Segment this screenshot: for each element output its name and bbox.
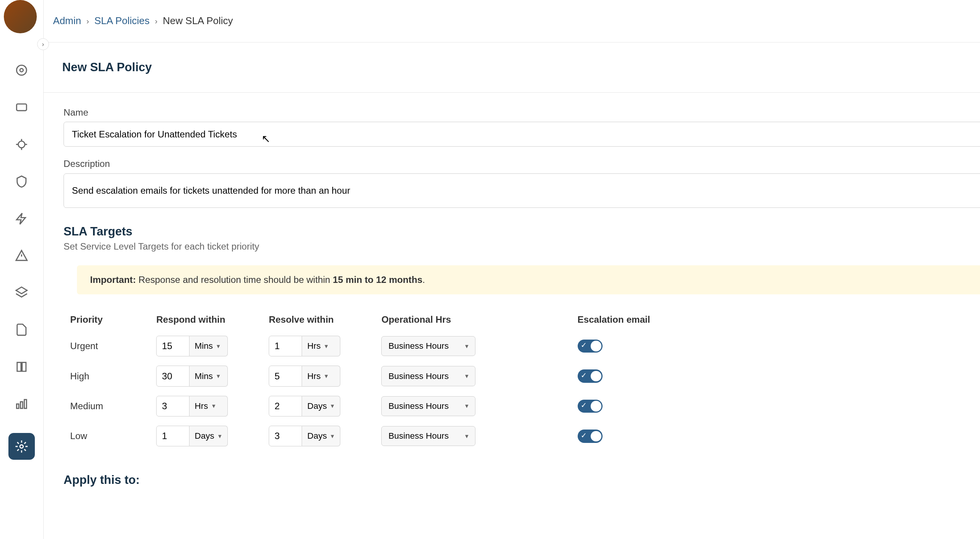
ophrs-select[interactable]: Business Hours ▾ [381, 366, 475, 386]
svg-point-0 [17, 65, 27, 75]
sla-targets-subtitle: Set Service Level Targets for each ticke… [64, 241, 980, 252]
priority-label: Medium [70, 401, 156, 412]
chevron-down-icon: ▾ [217, 372, 220, 380]
resolve-value-input[interactable] [269, 366, 302, 386]
col-ophrs: Operational Hrs [381, 314, 577, 325]
resolve-value-input[interactable] [269, 426, 302, 446]
ophrs-select[interactable]: Business Hours ▾ [381, 426, 475, 446]
form-area: New SLA Policy Cancel Save Name Descript… [44, 42, 980, 539]
settings-icon[interactable] [8, 433, 35, 459]
breadcrumb-admin[interactable]: Admin [53, 15, 81, 26]
chevron-down-icon: ▾ [218, 432, 222, 440]
chevron-down-icon: ▾ [465, 342, 469, 350]
table-row: High Mins ▾ Hrs ▾ Business Hours ▾ [70, 366, 980, 386]
chevron-down-icon: ▾ [325, 372, 328, 380]
chevron-down-icon: ▾ [465, 402, 469, 410]
ophrs-select[interactable]: Business Hours ▾ [381, 396, 475, 416]
table-header: Priority Respond within Resolve within O… [70, 314, 980, 336]
page-title: New SLA Policy [62, 60, 152, 74]
resolve-value-input[interactable] [269, 396, 302, 416]
svg-rect-5 [21, 402, 23, 408]
sidebar: › [0, 0, 44, 539]
layers-icon[interactable] [14, 285, 30, 301]
respond-value-input[interactable] [156, 366, 189, 386]
escalation-toggle[interactable] [578, 340, 603, 353]
chevron-down-icon: ▾ [212, 402, 216, 410]
respond-value-input[interactable] [156, 426, 189, 446]
apply-title: Apply this to: [64, 473, 980, 487]
col-resolve: Resolve within [269, 314, 381, 325]
svg-point-1 [20, 69, 23, 72]
respond-unit-select[interactable]: Days ▾ [189, 426, 228, 446]
respond-value-input[interactable] [156, 336, 189, 356]
chevron-right-icon: › [87, 16, 89, 26]
description-input[interactable] [64, 173, 980, 208]
chevron-down-icon: ▾ [465, 372, 469, 380]
brand-avatar[interactable] [4, 0, 39, 36]
chevron-down-icon: ▾ [331, 432, 334, 440]
respond-unit-select[interactable]: Hrs ▾ [189, 396, 228, 416]
top-bar: Admin › SLA Policies › New SLA Policy Se… [44, 0, 980, 42]
resolve-unit-select[interactable]: Hrs ▾ [302, 336, 340, 356]
document-icon[interactable] [14, 322, 30, 338]
dashboard-icon[interactable] [14, 62, 30, 78]
escalation-toggle[interactable] [578, 400, 603, 413]
chevron-down-icon: ▾ [217, 342, 220, 350]
col-respond: Respond within [156, 314, 269, 325]
escalation-toggle[interactable] [578, 369, 603, 383]
chart-icon[interactable] [14, 396, 30, 412]
ophrs-select[interactable]: Business Hours ▾ [381, 336, 475, 356]
main-area: Admin › SLA Policies › New SLA Policy Se… [44, 0, 980, 539]
bug-icon[interactable] [14, 136, 30, 152]
bolt-icon[interactable] [14, 211, 30, 227]
tickets-icon[interactable] [14, 99, 30, 115]
chevron-right-icon: › [155, 16, 158, 26]
table-row: Medium Hrs ▾ Days ▾ Business Hours ▾ [70, 396, 980, 416]
breadcrumb-current: New SLA Policy [163, 15, 233, 26]
name-input[interactable] [64, 122, 980, 147]
name-label: Name [64, 107, 980, 118]
svg-rect-6 [24, 400, 27, 408]
chevron-down-icon: ▾ [465, 432, 469, 440]
col-priority: Priority [70, 314, 156, 325]
svg-point-3 [18, 141, 25, 147]
shield-icon[interactable] [14, 173, 30, 189]
escalation-toggle[interactable] [578, 430, 603, 443]
respond-unit-select[interactable]: Mins ▾ [189, 336, 228, 356]
warning-icon[interactable] [14, 248, 30, 264]
book-icon[interactable] [14, 359, 30, 375]
breadcrumb-sla-policies[interactable]: SLA Policies [95, 15, 150, 26]
resolve-unit-select[interactable]: Days ▾ [302, 396, 340, 416]
resolve-unit-select[interactable]: Days ▾ [302, 426, 340, 446]
sla-targets-title: SLA Targets [64, 225, 980, 238]
svg-rect-2 [17, 104, 27, 111]
respond-value-input[interactable] [156, 396, 189, 416]
alert-box: Important: Response and resolution time … [77, 265, 980, 294]
col-escalation: Escalation email [578, 314, 657, 325]
priority-label: Low [70, 431, 156, 441]
resolve-value-input[interactable] [269, 336, 302, 356]
chevron-down-icon: ▾ [325, 342, 328, 350]
svg-rect-4 [17, 404, 19, 408]
resolve-unit-select[interactable]: Hrs ▾ [302, 366, 340, 386]
priority-label: High [70, 371, 156, 382]
table-row: Low Days ▾ Days ▾ Business Hours ▾ [70, 426, 980, 446]
table-row: Urgent Mins ▾ Hrs ▾ Business Hours ▾ [70, 336, 980, 356]
svg-point-7 [20, 445, 23, 448]
breadcrumb: Admin › SLA Policies › New SLA Policy [53, 15, 233, 26]
chevron-down-icon: ▾ [331, 402, 334, 410]
priority-label: Urgent [70, 341, 156, 351]
respond-unit-select[interactable]: Mins ▾ [189, 366, 228, 386]
description-label: Description [64, 158, 980, 169]
